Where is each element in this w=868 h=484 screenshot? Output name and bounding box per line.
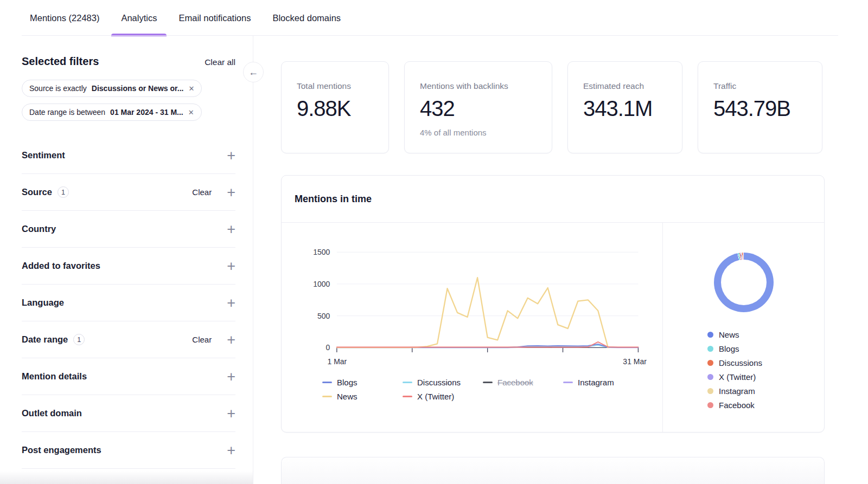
mentions-in-time-card: Mentions in time 0500100015001 Mar31 Mar…: [281, 175, 825, 433]
stat-cards-row: Total mentions9.88KMentions with backlin…: [281, 61, 825, 153]
legend-color-dash-icon: [322, 396, 332, 397]
donut-legend-item-blogs[interactable]: Blogs: [707, 344, 824, 353]
donut-legend-label: X (Twitter): [719, 372, 756, 382]
y-axis-tick-label: 500: [317, 312, 330, 320]
y-axis-tick-label: 0: [326, 343, 330, 352]
chart-card-header: Mentions in time: [282, 176, 824, 223]
legend-item-facebook[interactable]: Facebook: [483, 378, 563, 387]
legend-color-dash-icon: [563, 382, 573, 383]
filter-chip[interactable]: Source is exactlyDiscussions or News or.…: [22, 80, 202, 97]
mentions-line-chart: 0500100015001 Mar31 Mar: [292, 237, 658, 372]
filter-label: Language: [22, 298, 64, 308]
donut-legend-item-instagram[interactable]: Instagram: [707, 386, 824, 396]
filter-expand-plus-icon[interactable]: +: [227, 371, 235, 383]
series-line-x-twitter-: [337, 342, 639, 347]
donut-legend-dot-icon: [707, 332, 713, 338]
donut-legend-item-news[interactable]: News: [707, 330, 824, 339]
tabs-bar: Mentions (22483) Analytics Email notific…: [0, 0, 868, 36]
legend-color-dash-icon: [483, 382, 493, 383]
series-line-news: [337, 278, 608, 347]
donut-legend-label: Discussions: [719, 358, 762, 367]
filter-chip[interactable]: Date range is between01 Mar 2024 - 31 M.…: [22, 104, 202, 121]
donut-legend-item-discussions[interactable]: Discussions: [707, 358, 824, 367]
filter-row-post-engagements: Post engagements+: [22, 432, 235, 469]
donut-legend-dot-icon: [707, 374, 713, 380]
x-axis-label-start: 1 Mar: [328, 357, 347, 366]
filter-expand-plus-icon[interactable]: +: [227, 260, 235, 272]
chip-value: 01 Mar 2024 - 31 M...: [110, 108, 183, 117]
chip-remove-icon[interactable]: ✕: [188, 85, 194, 92]
donut-legend-item-facebook[interactable]: Facebook: [707, 401, 824, 410]
tab-email-notifications[interactable]: Email notifications: [168, 0, 261, 36]
stat-label: Traffic: [713, 81, 807, 91]
filter-label: Post engagements: [22, 445, 101, 455]
legend-item-discussions[interactable]: Discussions: [403, 378, 483, 387]
donut-wrap: [663, 253, 824, 312]
stat-value: 543.79B: [713, 96, 807, 121]
filter-row-mention-details: Mention details+: [22, 358, 235, 395]
donut-legend-dot-icon: [707, 402, 713, 408]
page-layout: Selected filters Clear all Source is exa…: [0, 36, 868, 484]
donut-legend-dot-icon: [707, 360, 713, 366]
legend-item-blogs[interactable]: Blogs: [322, 378, 403, 387]
legend-color-dash-icon: [403, 382, 412, 383]
legend-label: Instagram: [578, 378, 614, 387]
filter-expand-plus-icon[interactable]: +: [227, 186, 235, 198]
donut-legend-item-x-twitter-[interactable]: X (Twitter): [707, 372, 824, 382]
filter-expand-plus-icon[interactable]: +: [227, 297, 235, 309]
filter-label: Source: [22, 187, 52, 197]
clear-all-filters-button[interactable]: Clear all: [205, 57, 235, 67]
y-axis-tick-label: 1000: [313, 280, 330, 288]
stat-label: Estimated reach: [583, 81, 667, 91]
filter-category-list: Sentiment+Source1Clear+Country+Added to …: [22, 137, 242, 469]
tab-blocked-domains[interactable]: Blocked domains: [261, 0, 352, 36]
legend-color-dash-icon: [403, 396, 412, 397]
line-chart-pane: 0500100015001 Mar31 Mar BlogsDiscussions…: [282, 223, 662, 432]
filter-label: Mention details: [22, 371, 87, 382]
filter-expand-plus-icon[interactable]: +: [227, 444, 235, 456]
stat-label: Mentions with backlinks: [420, 81, 537, 91]
analytics-main: Total mentions9.88KMentions with backlin…: [253, 36, 868, 484]
next-section-card: [281, 457, 825, 484]
donut-hole: [721, 260, 767, 305]
filter-row-language: Language+: [22, 285, 235, 321]
filter-label: Added to favorites: [22, 261, 100, 271]
filter-expand-plus-icon[interactable]: +: [227, 334, 235, 346]
collapse-sidebar-button[interactable]: ←: [243, 62, 264, 82]
filter-expand-plus-icon[interactable]: +: [227, 150, 235, 162]
arrow-left-icon: ←: [248, 67, 258, 78]
sidebar-header: Selected filters Clear all: [22, 55, 242, 68]
chip-text: Date range is between: [29, 108, 105, 117]
filter-count-badge: 1: [58, 186, 69, 198]
filter-count-badge: 1: [73, 334, 85, 345]
stat-card-mentions-with-backlinks: Mentions with backlinks4324% of all ment…: [404, 61, 552, 153]
filter-row-date-range: Date range1Clear+: [22, 321, 235, 358]
legend-label: Blogs: [337, 378, 358, 387]
filter-row-outlet-domain: Outlet domain+: [22, 395, 235, 432]
legend-label: X (Twitter): [417, 392, 454, 401]
source-share-donut-chart: [714, 253, 774, 312]
donut-legend-label: Blogs: [719, 344, 739, 353]
chip-text: Source is exactly: [29, 84, 87, 93]
stat-card-total-mentions: Total mentions9.88K: [281, 61, 389, 153]
stat-card-traffic: Traffic543.79B: [698, 61, 822, 153]
legend-label: Facebook: [497, 378, 533, 387]
stat-value: 9.88K: [297, 96, 373, 121]
donut-legend-label: Instagram: [719, 386, 755, 396]
filter-expand-plus-icon[interactable]: +: [227, 408, 235, 420]
tab-mentions[interactable]: Mentions (22483): [19, 0, 110, 36]
filter-clear-button[interactable]: Clear: [192, 188, 212, 197]
legend-item-x-twitter-[interactable]: X (Twitter): [403, 392, 483, 401]
chip-remove-icon[interactable]: ✕: [188, 109, 194, 116]
filter-row-country: Country+: [22, 211, 235, 248]
filter-chips: Source is exactlyDiscussions or News or.…: [22, 80, 242, 127]
filter-label: Country: [22, 224, 56, 234]
filter-row-source: Source1Clear+: [22, 174, 235, 211]
tab-analytics[interactable]: Analytics: [110, 0, 168, 36]
filter-expand-plus-icon[interactable]: +: [227, 223, 235, 235]
legend-item-news[interactable]: News: [322, 392, 403, 401]
legend-item-instagram[interactable]: Instagram: [563, 378, 643, 387]
chart-title: Mentions in time: [295, 193, 372, 205]
donut-legend: NewsBlogsDiscussionsX (Twitter)Instagram…: [707, 330, 824, 410]
filter-clear-button[interactable]: Clear: [192, 335, 212, 344]
